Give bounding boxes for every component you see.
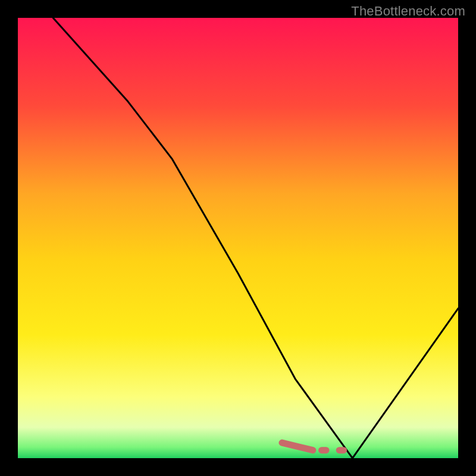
plot-area (18, 18, 458, 458)
optimal-region-marker (18, 18, 458, 458)
chart-container: TheBottleneck.com (0, 0, 476, 476)
watermark-text: TheBottleneck.com (351, 4, 465, 19)
